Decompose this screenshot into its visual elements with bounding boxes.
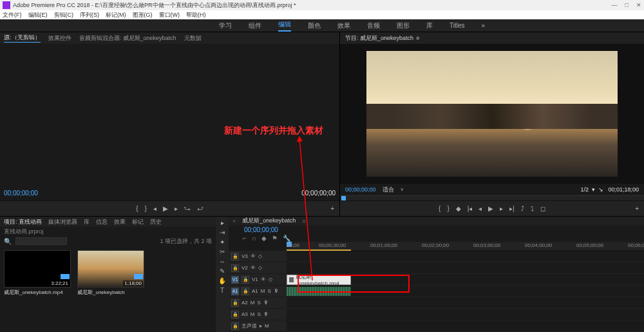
play-icon[interactable]: ▶ bbox=[163, 205, 168, 212]
program-ruler[interactable] bbox=[340, 195, 644, 200]
workspace-effects[interactable]: 效果 bbox=[337, 21, 350, 30]
menu-graphics[interactable]: 图形(G) bbox=[133, 11, 153, 19]
audio-clip[interactable] bbox=[287, 287, 351, 296]
mark-in-icon[interactable]: { bbox=[439, 205, 440, 212]
maximize-icon[interactable]: □ bbox=[625, 2, 629, 8]
program-playhead-icon[interactable] bbox=[341, 196, 346, 200]
track-lane-v2[interactable] bbox=[287, 262, 644, 274]
menu-sequence[interactable]: 序列(S) bbox=[80, 11, 99, 19]
selection-tool-icon[interactable]: ▸ bbox=[221, 219, 224, 226]
source-tc-in[interactable]: 00;00;00;00 bbox=[4, 190, 38, 197]
tab-effect-controls[interactable]: 效果控件 bbox=[48, 34, 71, 43]
track-header-a3[interactable]: 🔒A3MS🎙 bbox=[229, 309, 287, 320]
menu-clip[interactable]: 剪辑(C) bbox=[54, 11, 74, 19]
menu-help[interactable]: 帮助(H) bbox=[186, 11, 206, 19]
linked-sel-icon[interactable]: ∩ bbox=[252, 235, 256, 242]
tab-effects[interactable]: 效果 bbox=[114, 218, 126, 226]
bin-item[interactable]: 1;18;00 威尼斯_onekeybatch bbox=[77, 250, 144, 328]
menu-edit[interactable]: 编辑(E) bbox=[28, 11, 48, 19]
settings-icon[interactable]: ⚑ bbox=[272, 235, 278, 242]
workspace-editing[interactable]: 编辑 bbox=[278, 20, 291, 32]
play-icon[interactable]: ▶ bbox=[488, 205, 493, 212]
workspace-libraries[interactable]: 库 bbox=[426, 21, 433, 30]
track-header-v3[interactable]: 🔒V3👁◇ bbox=[229, 251, 287, 262]
menu-file[interactable]: 文件(F) bbox=[3, 11, 22, 19]
minimize-icon[interactable]: — bbox=[612, 2, 618, 8]
timeline-ruler[interactable]: 00;00 00;00;30;00 00;01;00;00 00;02;00;0… bbox=[287, 242, 644, 251]
snap-icon[interactable]: ⌐ bbox=[243, 235, 247, 242]
track-header-v1[interactable]: V1🔒V1👁◇ bbox=[229, 274, 287, 286]
menu-marker[interactable]: 标记(M) bbox=[106, 11, 126, 19]
workspace-audio[interactable]: 音频 bbox=[367, 21, 380, 30]
tab-source[interactable]: 源:（无剪辑） bbox=[4, 34, 41, 43]
program-monitor[interactable] bbox=[340, 44, 644, 184]
track-header-a2[interactable]: 🔒A2MS🎙 bbox=[229, 297, 287, 309]
export-frame-icon[interactable]: ◻ bbox=[540, 205, 545, 212]
type-tool-icon[interactable]: T bbox=[220, 287, 224, 294]
track-content[interactable]: 威尼斯_onekeybatch.mp4 bbox=[287, 251, 644, 332]
step-fwd-icon[interactable]: ▸ bbox=[175, 205, 178, 212]
search-input[interactable] bbox=[15, 237, 67, 245]
bin-item[interactable]: 3:22;21 威尼斯_onekeybatch.mp4 bbox=[4, 250, 71, 328]
program-tc[interactable]: 00;00;00;00 bbox=[345, 186, 376, 193]
menu-window[interactable]: 窗口(W) bbox=[159, 11, 180, 19]
workspace-assembly[interactable]: 组件 bbox=[249, 21, 261, 30]
tab-info[interactable]: 信息 bbox=[96, 218, 108, 226]
overwrite-icon[interactable]: ⮐ bbox=[197, 205, 204, 212]
workspace-graphics[interactable]: 图形 bbox=[397, 21, 410, 30]
tab-media-browser[interactable]: 媒体浏览器 bbox=[48, 218, 77, 226]
marker-icon[interactable]: ◆ bbox=[261, 235, 267, 242]
step-back-icon[interactable]: ◂ bbox=[478, 205, 482, 212]
tab-markers[interactable]: 标记 bbox=[132, 218, 144, 226]
track-lane-a3[interactable] bbox=[287, 309, 644, 320]
hand-tool-icon[interactable]: ✋ bbox=[218, 277, 226, 284]
workspace-overflow-icon[interactable]: » bbox=[482, 22, 486, 29]
step-back-icon[interactable]: ◂ bbox=[153, 205, 156, 212]
button-editor-icon[interactable]: + bbox=[330, 205, 334, 212]
track-lane-master[interactable] bbox=[287, 320, 644, 332]
program-zoom[interactable]: 1/2 bbox=[580, 186, 589, 193]
timeline-tc[interactable]: 00;00;00;00 bbox=[232, 226, 278, 233]
step-fwd-icon[interactable]: ▸ bbox=[500, 205, 503, 212]
tab-history[interactable]: 历史 bbox=[150, 218, 162, 226]
pen-tool-icon[interactable]: ✎ bbox=[220, 268, 225, 275]
slip-tool-icon[interactable]: ↔ bbox=[219, 258, 225, 265]
tab-libraries[interactable]: 库 bbox=[84, 218, 90, 226]
track-select-tool-icon[interactable]: ⇥ bbox=[220, 229, 225, 236]
mark-out-icon[interactable]: } bbox=[145, 205, 147, 212]
workspace-color[interactable]: 颜色 bbox=[308, 21, 321, 30]
track-lane-v1[interactable]: 威尼斯_onekeybatch.mp4 bbox=[287, 274, 644, 286]
add-marker-icon[interactable]: ◆ bbox=[456, 205, 461, 212]
button-editor-icon[interactable]: + bbox=[635, 205, 639, 212]
track-header-a1[interactable]: A1🔒A1MS🎙 bbox=[229, 286, 287, 297]
source-tc-out[interactable]: 00;00;00;00 bbox=[301, 190, 336, 197]
workspace-titles[interactable]: Titles bbox=[450, 22, 465, 29]
close-icon[interactable]: ✕ bbox=[636, 2, 641, 8]
insert-icon[interactable]: ⮑ bbox=[184, 205, 191, 212]
program-fit[interactable]: 适合 bbox=[383, 186, 394, 194]
tab-project[interactable]: 项目: 直线动画 bbox=[4, 218, 42, 226]
lift-icon[interactable]: ⤴ bbox=[521, 205, 524, 212]
workspace-learn[interactable]: 学习 bbox=[219, 21, 232, 30]
program-tab-menu-icon[interactable]: ≡ bbox=[416, 35, 419, 41]
tab-audio-mixer[interactable]: 音频剪辑混合器: 威尼斯_onekeybatch bbox=[79, 34, 176, 43]
video-clip[interactable]: 威尼斯_onekeybatch.mp4 bbox=[287, 275, 351, 285]
track-header-v2[interactable]: 🔒V2👁◇ bbox=[229, 262, 287, 274]
extract-icon[interactable]: ⤵ bbox=[531, 205, 534, 212]
sequence-name[interactable]: 威尼斯_onekeybatch bbox=[242, 217, 296, 225]
mark-out-icon[interactable]: } bbox=[447, 205, 449, 212]
project-bins[interactable]: 3:22;21 威尼斯_onekeybatch.mp4 1;18;00 威尼斯_… bbox=[0, 246, 216, 332]
source-monitor[interactable]: 00;00;00;00 00;00;00;00 bbox=[0, 44, 339, 200]
track-lane-v3[interactable] bbox=[287, 251, 644, 262]
mark-in-icon[interactable]: { bbox=[136, 205, 138, 212]
project-crumb[interactable]: 直线动画.prproj bbox=[4, 228, 44, 236]
ripple-tool-icon[interactable]: ✦ bbox=[220, 239, 225, 246]
track-header-master[interactable]: 🔒主声道▸M bbox=[229, 320, 287, 332]
go-out-icon[interactable]: ▸| bbox=[509, 205, 515, 212]
razor-tool-icon[interactable]: ✂ bbox=[220, 248, 225, 255]
track-lane-a2[interactable] bbox=[287, 297, 644, 309]
wrench-icon[interactable]: 🔧 bbox=[283, 235, 290, 242]
tab-metadata[interactable]: 元数据 bbox=[184, 34, 202, 43]
go-in-icon[interactable]: |◂ bbox=[468, 205, 473, 212]
track-lane-a1[interactable] bbox=[287, 286, 644, 297]
